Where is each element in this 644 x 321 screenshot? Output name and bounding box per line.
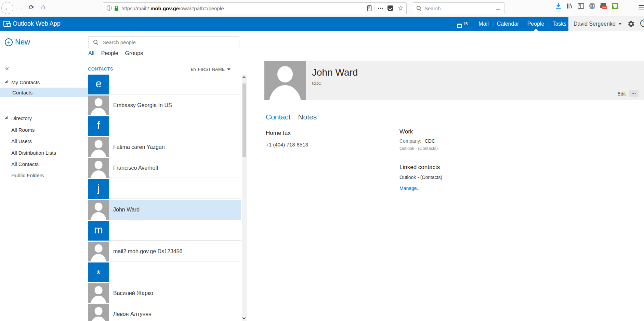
expander-icon[interactable] [5,80,8,83]
new-contact-button[interactable]: + New [5,38,30,47]
page-actions-icon[interactable]: ••• [378,6,383,11]
search-icon [417,6,422,11]
contact-row-selected[interactable]: John Ward [88,200,241,220]
letter-separator: f [88,116,241,136]
reader-mode-icon[interactable] [367,5,372,11]
search-go-icon[interactable]: → [495,5,501,12]
contact-row[interactable]: mail2.moh.gov.ge Ds123456 [88,242,241,261]
person-icon [264,61,306,100]
tab-notes[interactable]: Notes [298,113,317,121]
contact-header-band: John Ward CDC Edit ••• [264,61,644,100]
search-people-box[interactable] [88,36,239,48]
pocket-icon[interactable] [387,5,393,11]
scroll-down-icon[interactable] [242,316,246,320]
browser-search-input[interactable] [424,5,495,11]
browser-toolbar: ← → ⟳ ⌂ ⓘ https://mail2.moh.gov.ge/owa/#… [0,0,644,16]
list-scrollbar[interactable] [242,75,247,321]
contact-name: John Ward [312,67,358,78]
owa-brand: o Outlook Web App [3,17,61,31]
tab-people[interactable]: People [101,50,118,56]
sidebar-item-all-users[interactable]: All Users [0,136,88,146]
person-icon [88,283,109,303]
work-source: Outlook - (Contacts) [399,146,438,151]
detail-tabs: Contact Notes [266,113,317,121]
contact-avatar [88,242,109,261]
work-label: Work [399,128,438,135]
sidebars-icon[interactable] [578,3,584,9]
back-button[interactable]: ← [1,2,13,14]
forward-button[interactable]: → [15,3,25,11]
nav-people[interactable]: People [527,17,544,31]
scrollbar-thumb[interactable] [242,84,246,157]
contact-avatar [88,158,109,178]
sidebar-item-all-contacts[interactable]: All Contacts [0,159,88,169]
pdf-badge: PDF [602,6,607,9]
search-people-input[interactable] [103,39,234,45]
user-menu[interactable]: David Sergeenko [574,21,616,27]
home-button[interactable]: ⌂ [38,3,48,11]
nav-calendar[interactable]: Calendar [497,17,519,31]
sidebar-group-directory[interactable]: Directory [0,113,88,123]
sidebar-item-public-folders[interactable]: Public Folders [0,170,88,180]
sidebar-group-my-contacts[interactable]: My Contacts [0,77,88,87]
contact-avatar [88,304,109,321]
calendar-icon [457,24,462,28]
reload-button[interactable]: ⟳ [27,3,36,11]
scroll-up-icon[interactable] [242,76,246,80]
person-icon [88,242,109,261]
owa-logo-icon: o [3,21,10,27]
contacts-list-header: CONTACTS [88,66,113,72]
hamburger-menu-icon[interactable]: ☰ [638,4,644,12]
plus-icon: + [5,38,13,46]
contact-avatar [88,137,109,157]
sidebar-item-all-distribution-lists[interactable]: All Distribution Lists [0,148,88,157]
linked-contacts-value: Outlook - (Contacts) [399,175,442,180]
url-text: https://mail2.moh.gov.ge/owa/#path=/peop… [121,5,367,11]
tab-contact[interactable]: Contact [266,113,290,121]
tab-groups[interactable]: Groups [125,50,143,56]
eye-extension-icon[interactable] [589,3,595,9]
divider [374,5,375,12]
divider [635,4,635,12]
sidebar-item-all-rooms[interactable]: All Rooms [0,125,88,134]
page-info-icon[interactable]: ⓘ [107,5,112,12]
selected-tab-caret [534,29,538,31]
contact-avatar [88,95,109,115]
library-icon[interactable] [566,3,573,9]
url-bar[interactable]: ⓘ https://mail2.moh.gov.ge/owa/#path=/pe… [103,2,407,14]
manage-link[interactable]: Manage... [399,185,442,191]
collapse-pane-icon[interactable]: « [5,64,9,72]
more-actions-button[interactable]: ••• [629,90,639,97]
print-pdf-extension-icon[interactable]: PDF [600,3,607,9]
divider [625,19,625,28]
sidebar-item-contacts[interactable]: Contacts [0,88,88,97]
calendar-reminder-button[interactable]: 15 [457,20,468,28]
screen: { "browser": { "url": { "scheme_prefix":… [0,0,644,321]
letter-separator: m [88,221,241,241]
contact-row[interactable]: Francisco Averhoff [88,158,241,178]
contact-company: CDC [312,81,321,86]
green-print-extension-icon[interactable] [612,3,618,9]
contact-avatar-large [264,61,306,100]
company-label: Company: [399,138,421,144]
tab-all[interactable]: All [88,50,94,56]
person-icon [88,200,109,220]
edit-button[interactable]: Edit [617,91,626,97]
contact-row[interactable]: Левон Алтунян [88,304,241,321]
download-icon[interactable] [555,3,562,9]
nav-mail[interactable]: Mail [478,17,488,31]
sort-by-dropdown[interactable]: BY FIRST NAME [191,67,234,72]
contact-row[interactable]: Василий Жарко [88,283,241,303]
person-icon [88,95,109,115]
nav-tasks[interactable]: Tasks [552,17,566,31]
contact-avatar [88,200,109,220]
bookmark-star-icon[interactable]: ☆ [397,4,404,12]
expander-icon[interactable] [5,116,8,119]
settings-gear-icon[interactable] [628,20,635,29]
browser-search-bar[interactable]: → [413,2,504,14]
contact-row[interactable]: Embassy Georgia In US [88,95,241,115]
contact-row[interactable]: Fatima caren Yazgan [88,137,241,157]
person-icon [88,158,109,178]
https-lock-icon [114,5,119,11]
help-icon[interactable]: ? [640,20,644,27]
